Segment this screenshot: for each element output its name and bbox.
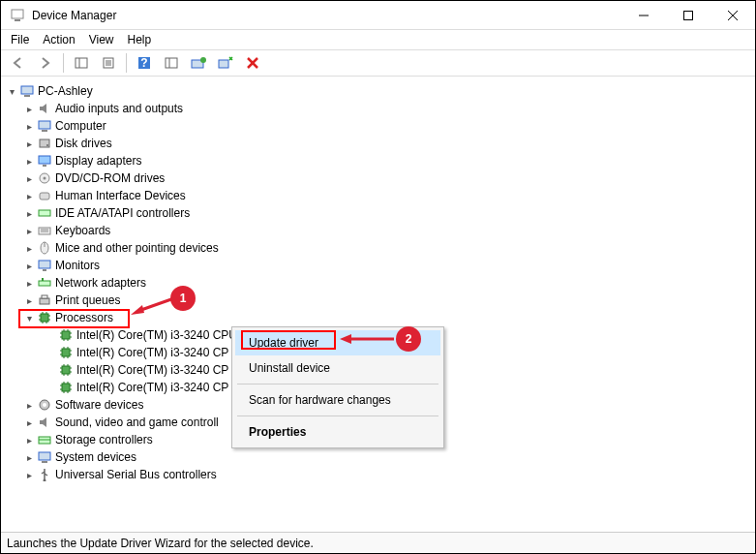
root-label: PC-Ashley — [36, 84, 93, 98]
ctx-scan-hardware[interactable]: Scan for hardware changes — [235, 387, 440, 413]
device-category-icon — [36, 172, 53, 184]
category-label: Storage controllers — [53, 433, 153, 446]
tree-item[interactable]: ▸Network adapters — [5, 274, 751, 292]
tree-item[interactable]: ▸DVD/CD-ROM drives — [5, 169, 751, 187]
device-category-icon — [36, 311, 53, 324]
update-driver-button[interactable] — [187, 52, 210, 74]
minimize-button[interactable] — [621, 1, 666, 30]
expand-icon[interactable]: ▸ — [22, 156, 36, 167]
tree-item[interactable]: ▸Human Interface Devices — [5, 187, 751, 204]
status-text: Launches the Update Driver Wizard for th… — [7, 537, 314, 550]
category-label: Keyboards — [53, 224, 110, 237]
svg-text:?: ? — [140, 56, 147, 70]
expand-icon[interactable]: ▸ — [22, 226, 36, 236]
ctx-separator — [237, 384, 438, 385]
expand-icon[interactable]: ▸ — [22, 452, 36, 463]
tree-item[interactable]: ▸Mice and other pointing devices — [5, 239, 751, 257]
expand-icon[interactable]: ▸ — [22, 104, 36, 114]
category-label: Print queues — [53, 293, 120, 307]
disable-button[interactable] — [241, 52, 264, 74]
tree-item[interactable]: ▸IDE ATA/ATAPI controllers — [5, 204, 751, 222]
tree-item[interactable]: ▸Display adapters — [5, 152, 751, 169]
window-title: Device Manager — [32, 9, 116, 22]
svg-rect-33 — [39, 210, 50, 216]
device-category-icon — [36, 451, 53, 463]
forward-button[interactable] — [34, 52, 57, 74]
svg-rect-40 — [43, 269, 46, 271]
ctx-properties-label: Properties — [249, 425, 306, 439]
collapse-icon[interactable]: ▾ — [22, 313, 36, 323]
device-category-icon — [36, 120, 53, 132]
tree-item[interactable]: ▸Universal Serial Bus controllers — [5, 466, 751, 483]
scan-button[interactable] — [160, 52, 183, 74]
expand-icon[interactable]: ▸ — [22, 417, 36, 428]
device-category-icon — [36, 260, 53, 271]
category-label: Computer — [53, 119, 106, 133]
tree-root[interactable]: ▾ PC-Ashley — [5, 82, 751, 100]
device-category-icon — [36, 398, 53, 412]
tree-item[interactable]: ▸Audio inputs and outputs — [5, 100, 751, 117]
expand-icon[interactable]: ▸ — [22, 138, 36, 149]
category-label: System devices — [53, 450, 136, 464]
expand-icon[interactable]: ▸ — [22, 470, 36, 480]
category-label: Display adapters — [53, 154, 141, 168]
menu-action[interactable]: Action — [43, 33, 75, 46]
svg-rect-42 — [42, 278, 44, 281]
menu-view[interactable]: View — [89, 33, 114, 46]
app-icon — [9, 9, 26, 22]
category-label: Mice and other pointing devices — [53, 241, 219, 255]
tree-item[interactable]: ▸Computer — [5, 117, 751, 135]
expand-icon[interactable]: ▸ — [22, 278, 36, 289]
ctx-update-driver[interactable]: Update driver — [235, 330, 440, 355]
svg-rect-54 — [62, 331, 70, 339]
expand-icon[interactable]: ▸ — [22, 191, 36, 201]
ctx-uninstall-label: Uninstall device — [249, 361, 330, 375]
category-label: IDE ATA/ATAPI controllers — [53, 206, 190, 220]
help-button[interactable]: ? — [133, 52, 156, 74]
device-category-icon — [36, 294, 53, 306]
svg-rect-94 — [39, 452, 50, 460]
expand-icon[interactable]: ▸ — [22, 261, 36, 271]
svg-rect-22 — [21, 86, 33, 94]
expand-icon[interactable]: ▸ — [22, 121, 36, 132]
expand-icon[interactable]: ▸ — [22, 243, 36, 254]
tree-item[interactable]: ▸Monitors — [5, 257, 751, 274]
ctx-uninstall-device[interactable]: Uninstall device — [235, 355, 440, 381]
ctx-separator — [237, 416, 438, 416]
processor-icon — [57, 346, 75, 359]
properties-button[interactable] — [97, 52, 120, 74]
tree-item[interactable]: ▸Disk drives — [5, 135, 751, 152]
tree-item[interactable]: ▸Print queues — [5, 292, 751, 309]
tree-item[interactable]: ▾Processors — [5, 309, 751, 326]
svg-rect-39 — [39, 261, 50, 268]
device-category-icon — [36, 434, 53, 446]
expand-icon[interactable]: ▸ — [22, 208, 36, 219]
tree-item[interactable]: ▸System devices — [5, 448, 751, 466]
uninstall-button[interactable] — [214, 52, 237, 74]
show-hide-tree-button[interactable] — [70, 52, 93, 74]
expand-icon[interactable]: ▸ — [22, 173, 36, 184]
expand-icon[interactable]: ▸ — [22, 400, 36, 411]
device-tree[interactable]: ▾ PC-Ashley ▸Audio inputs and outputs▸Co… — [1, 77, 755, 534]
title-bar: Device Manager — [1, 1, 755, 30]
collapse-icon[interactable]: ▾ — [5, 86, 18, 97]
svg-rect-6 — [76, 58, 87, 68]
category-label: Human Interface Devices — [53, 189, 186, 202]
svg-rect-0 — [12, 10, 23, 18]
svg-rect-23 — [24, 95, 30, 97]
svg-rect-3 — [684, 11, 693, 19]
device-category-icon — [36, 416, 53, 428]
expand-icon[interactable]: ▸ — [22, 435, 36, 446]
expand-icon[interactable]: ▸ — [22, 295, 36, 306]
ctx-update-label: Update driver — [249, 336, 318, 350]
category-label: Audio inputs and outputs — [53, 102, 183, 115]
device-label: Intel(R) Core(TM) i3-3240 CP — [75, 381, 228, 394]
ctx-properties[interactable]: Properties — [235, 419, 440, 445]
svg-rect-28 — [39, 156, 50, 164]
close-button[interactable] — [711, 1, 755, 30]
tree-item[interactable]: ▸Keyboards — [5, 222, 751, 239]
back-button[interactable] — [7, 52, 30, 74]
maximize-button[interactable] — [666, 1, 711, 30]
menu-file[interactable]: File — [11, 33, 29, 46]
menu-help[interactable]: Help — [128, 33, 152, 46]
